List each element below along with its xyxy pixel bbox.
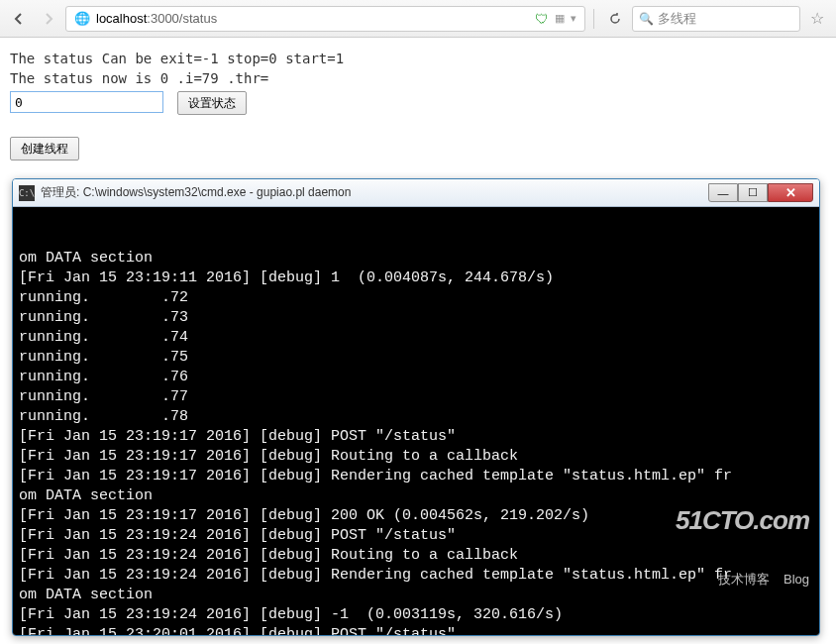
- minimize-button[interactable]: —: [708, 183, 738, 202]
- maximize-button[interactable]: ☐: [738, 183, 768, 202]
- search-text: 多线程: [658, 10, 696, 28]
- dropdown-icon[interactable]: ▾: [571, 12, 576, 25]
- url-bar[interactable]: 🌐 localhost:3000/status 🛡 ▦ ▾: [65, 6, 585, 32]
- browser-toolbar: 🌐 localhost:3000/status 🛡 ▦ ▾ 🔍 多线程 ☆: [0, 0, 836, 38]
- search-bar[interactable]: 🔍 多线程: [632, 6, 800, 32]
- cmd-line: running. .73: [19, 308, 813, 328]
- cmd-icon: C:\: [19, 185, 35, 201]
- cmd-line: [Fri Jan 15 23:19:17 2016] [debug] Routi…: [19, 447, 813, 467]
- cmd-window: C:\ 管理员: C:\windows\system32\cmd.exe - g…: [12, 178, 820, 636]
- cmd-line: [Fri Jan 15 23:19:17 2016] [debug] POST …: [19, 427, 813, 447]
- cmd-titlebar[interactable]: C:\ 管理员: C:\windows\system32\cmd.exe - g…: [13, 179, 819, 207]
- page-body: The status Can be exit=-1 stop=0 start=1…: [0, 38, 836, 170]
- create-thread-button[interactable]: 创建线程: [10, 137, 79, 161]
- cmd-line: running. .72: [19, 288, 813, 308]
- cmd-title: 管理员: C:\windows\system32\cmd.exe - gupia…: [41, 184, 708, 201]
- qr-icon[interactable]: ▦: [555, 12, 565, 25]
- cmd-line: om DATA section: [19, 249, 813, 268]
- cmd-line: running. .76: [19, 368, 813, 387]
- separator: [593, 9, 594, 29]
- shield-icon: 🛡: [535, 11, 549, 27]
- url-host: localhost: [96, 11, 147, 26]
- forward-button: [36, 6, 61, 32]
- set-status-button[interactable]: 设置状态: [177, 91, 247, 115]
- reload-button[interactable]: [602, 6, 628, 32]
- watermark-line2: 技术博客 Blog: [676, 570, 809, 590]
- cmd-output: om DATA section[Fri Jan 15 23:19:11 2016…: [13, 207, 819, 635]
- window-controls: — ☐ ✕: [708, 183, 813, 202]
- cmd-line: running. .77: [19, 387, 813, 407]
- cmd-line: running. .74: [19, 328, 813, 348]
- close-button[interactable]: ✕: [768, 183, 813, 202]
- watermark: 51CTO.com 技术博客 Blog: [676, 471, 809, 629]
- bookmark-star-icon[interactable]: ☆: [804, 9, 830, 28]
- cmd-line: [Fri Jan 15 23:19:11 2016] [debug] 1 (0.…: [19, 268, 813, 288]
- globe-icon: 🌐: [74, 11, 90, 26]
- cmd-line: running. .75: [19, 348, 813, 368]
- status-help-text: The status Can be exit=-1 stop=0 start=1: [10, 50, 826, 67]
- search-icon: 🔍: [639, 12, 654, 26]
- status-input[interactable]: [10, 91, 163, 113]
- watermark-line1: 51CTO.com: [676, 510, 809, 530]
- cmd-line: running. .78: [19, 407, 813, 427]
- back-button[interactable]: [6, 6, 32, 32]
- status-current-text: The status now is 0 .i=79 .thr=: [10, 69, 826, 87]
- url-path: :3000/status: [147, 11, 217, 26]
